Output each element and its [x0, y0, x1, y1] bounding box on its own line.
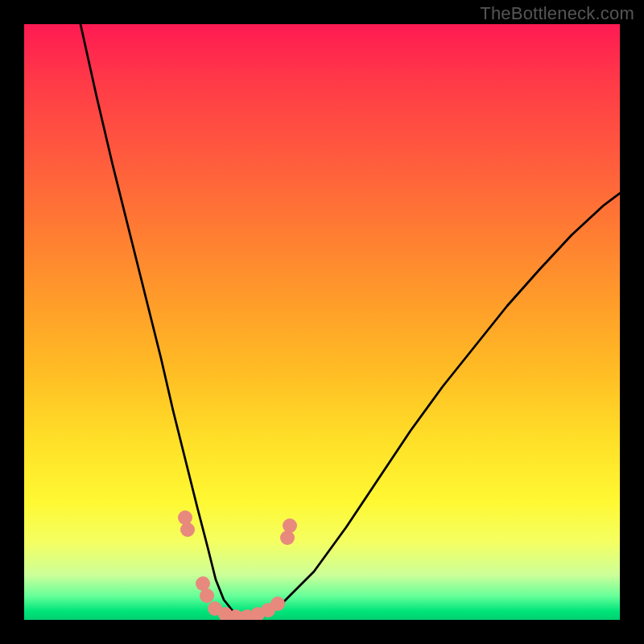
marker-right-lower-1 [270, 597, 285, 611]
marker-right-upper-1 [280, 530, 295, 545]
marker-right-upper-2 [283, 518, 297, 533]
curve-layer [24, 24, 620, 620]
chart-frame: TheBottleneck.com [0, 0, 644, 644]
marker-left-lower-2 [200, 588, 214, 603]
watermark: TheBottleneck.com [480, 3, 634, 24]
marker-layer [178, 510, 297, 620]
plot-area [24, 24, 620, 620]
marker-left-upper-1 [178, 510, 192, 525]
bottleneck-curve [80, 24, 620, 616]
marker-left-upper-2 [180, 522, 195, 537]
